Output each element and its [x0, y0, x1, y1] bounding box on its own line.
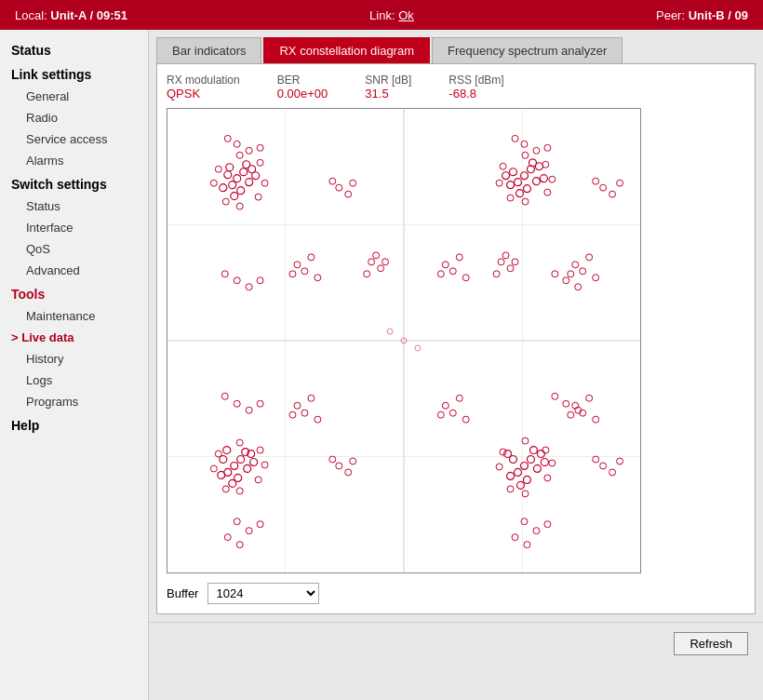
svg-point-95 [437, 271, 444, 277]
sidebar-section-switch[interactable]: Switch settings [0, 171, 148, 195]
svg-point-146 [246, 284, 252, 290]
rss-value: -68.8 [448, 87, 503, 101]
svg-point-165 [533, 528, 540, 534]
svg-point-121 [498, 259, 504, 265]
bottom-bar: Refresh [149, 622, 763, 665]
stats-row: RX modulation QPSK BER 0.00e+00 SNR [dB]… [167, 74, 745, 101]
sidebar-item-general[interactable]: General [0, 86, 148, 107]
svg-point-171 [224, 135, 231, 141]
svg-point-16 [252, 172, 260, 180]
svg-point-55 [255, 194, 261, 200]
peer-value: Unit-B / 09 [689, 8, 748, 22]
svg-point-167 [544, 521, 551, 528]
svg-point-78 [500, 449, 506, 455]
svg-point-100 [568, 271, 574, 277]
svg-point-123 [493, 271, 500, 277]
sidebar-item-history[interactable]: History [0, 348, 148, 370]
svg-point-41 [223, 447, 231, 454]
sidebar-item-interface[interactable]: Interface [0, 217, 148, 238]
svg-point-143 [387, 329, 393, 334]
sidebar-item-alarms[interactable]: Alarms [0, 150, 148, 171]
sidebar-section-help[interactable]: Help [0, 412, 148, 437]
sidebar-item-switch-status[interactable]: Status [0, 195, 148, 217]
svg-point-66 [496, 180, 502, 186]
svg-point-155 [552, 271, 558, 277]
svg-point-90 [289, 271, 296, 277]
modulation-value: QPSK [167, 87, 240, 101]
svg-point-44 [515, 468, 522, 476]
svg-point-137 [350, 458, 356, 464]
svg-point-67 [549, 176, 556, 182]
constellation-diagram [167, 108, 641, 573]
refresh-button[interactable]: Refresh [674, 632, 748, 655]
tab-bar-indicators[interactable]: Bar indicators [156, 37, 261, 63]
buffer-select[interactable]: 256 512 1024 2048 [207, 583, 319, 604]
peer-label: Peer: [656, 8, 685, 22]
svg-point-73 [257, 447, 263, 453]
svg-point-83 [549, 460, 556, 466]
svg-point-144 [415, 345, 421, 351]
svg-point-77 [236, 488, 243, 494]
svg-point-141 [617, 458, 623, 464]
sidebar-item-maintenance[interactable]: Maintenance [0, 305, 148, 327]
ber-value: 0.00e+00 [277, 87, 328, 101]
sidebar-section-tools[interactable]: Tools [0, 281, 148, 305]
svg-point-176 [544, 144, 551, 151]
content-inner: Bar indicators RX constellation diagram … [149, 30, 763, 622]
link-value[interactable]: Ok [398, 8, 414, 22]
sidebar-item-qos[interactable]: QoS [0, 238, 148, 260]
sidebar-item-advanced[interactable]: Advanced [0, 260, 148, 281]
svg-point-150 [246, 407, 252, 413]
svg-point-91 [442, 262, 448, 268]
svg-point-140 [593, 456, 599, 463]
svg-point-116 [368, 259, 375, 265]
svg-point-115 [568, 411, 574, 418]
svg-point-112 [586, 395, 593, 401]
svg-point-87 [308, 254, 315, 261]
svg-point-9 [246, 179, 253, 186]
svg-point-174 [533, 147, 540, 154]
svg-point-82 [496, 464, 502, 470]
svg-point-58 [210, 180, 217, 186]
svg-point-122 [507, 265, 514, 272]
svg-point-57 [257, 159, 263, 166]
svg-point-72 [222, 486, 229, 492]
svg-point-175 [512, 135, 518, 141]
local-value: Unit-A / 09:51 [50, 8, 127, 22]
sidebar-item-live-data[interactable]: Live data [0, 327, 148, 348]
svg-point-18 [520, 172, 528, 180]
stat-modulation: RX modulation QPSK [167, 74, 240, 101]
svg-point-127 [345, 191, 352, 197]
svg-point-154 [575, 284, 582, 290]
svg-point-170 [246, 147, 252, 154]
svg-point-14 [243, 161, 250, 168]
buffer-row: Buffer 256 512 1024 2048 [167, 583, 745, 604]
sidebar-item-programs[interactable]: Programs [0, 391, 148, 412]
svg-point-118 [364, 271, 370, 277]
svg-point-11 [237, 187, 245, 195]
content-area: Bar indicators RX constellation diagram … [149, 30, 763, 700]
sidebar-item-logs[interactable]: Logs [0, 370, 148, 391]
sidebar-item-radio[interactable]: Radio [0, 107, 148, 128]
tab-frequency-spectrum[interactable]: Frequency spectrum analyzer [432, 37, 622, 63]
tab-rx-constellation[interactable]: RX constellation diagram [263, 37, 430, 63]
svg-point-51 [517, 481, 525, 489]
svg-point-45 [533, 464, 541, 472]
svg-point-168 [524, 542, 530, 548]
svg-point-119 [373, 252, 380, 259]
svg-point-39 [229, 479, 236, 487]
svg-point-172 [257, 144, 263, 151]
svg-point-60 [236, 152, 243, 158]
sidebar-section-status[interactable]: Status [0, 37, 148, 61]
svg-point-152 [257, 400, 263, 407]
svg-point-124 [502, 252, 509, 259]
svg-point-96 [572, 262, 579, 268]
svg-point-76 [236, 439, 243, 446]
svg-point-75 [261, 462, 268, 468]
sidebar-section-link[interactable]: Link settings [0, 61, 148, 86]
sidebar-item-service-access[interactable]: Service access [0, 128, 148, 150]
svg-point-169 [234, 141, 240, 147]
stat-ber: BER 0.00e+00 [277, 74, 328, 101]
svg-point-62 [500, 163, 506, 169]
svg-point-64 [507, 195, 514, 201]
